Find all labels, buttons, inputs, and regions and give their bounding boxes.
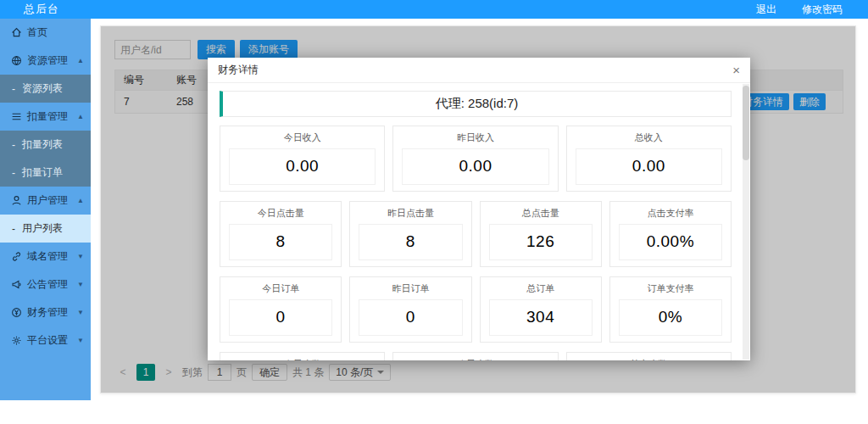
stat-card: 点击支付率 0.00% bbox=[609, 201, 732, 267]
stat-card: 订单支付率 0% bbox=[609, 276, 732, 343]
top-header: 总后台 退出 修改密码 bbox=[0, 0, 868, 19]
modal-header: 财务详情 × bbox=[208, 58, 750, 83]
modal-title: 财务详情 bbox=[218, 63, 259, 77]
stat-label: 昨日户数 bbox=[393, 353, 557, 360]
sidebar-item-users[interactable]: 用户管理 ▲ bbox=[0, 187, 91, 215]
sidebar-item-label: 公告管理 bbox=[27, 277, 68, 292]
stat-label: 昨日收入 bbox=[393, 126, 557, 148]
modal-body: 代理: 258(id:7) 今日收入 0.00 昨日收入 0.00 总收入 0.… bbox=[208, 83, 750, 360]
stat-label: 总客户数 bbox=[567, 353, 731, 360]
stat-card: 总收入 0.00 bbox=[566, 126, 732, 192]
stat-row-customers: 今日户数 0 昨日户数 0 总客户数 0 bbox=[220, 352, 732, 360]
stat-label: 今日订单 bbox=[220, 277, 341, 299]
stat-value: 0.00 bbox=[576, 149, 721, 184]
stat-label: 今日点击量 bbox=[220, 202, 341, 224]
finance-detail-modal: 财务详情 × 代理: 258(id:7) 今日收入 0.00 昨日收入 0.00… bbox=[208, 58, 750, 360]
chevron-up-icon: ▲ bbox=[77, 113, 84, 120]
sidebar-item-domains[interactable]: 域名管理 ▼ bbox=[0, 243, 91, 271]
sidebar: 首页 资源管理 ▲ - 资源列表 扣量管理 ▲ - 扣量列表 - 扣量订单 bbox=[0, 19, 91, 400]
sidebar-item-label: 扣量管理 bbox=[27, 109, 68, 124]
stat-label: 总收入 bbox=[567, 126, 731, 148]
sidebar-item-resource-list[interactable]: - 资源列表 bbox=[0, 75, 91, 103]
stat-card: 总订单 304 bbox=[480, 276, 602, 343]
app-title: 总后台 bbox=[24, 2, 59, 17]
sidebar-item-label: 首页 bbox=[27, 25, 47, 40]
scrollbar-thumb[interactable] bbox=[743, 86, 749, 160]
chevron-down-icon: ▼ bbox=[77, 309, 84, 316]
sidebar-item-deduction-list[interactable]: - 扣量列表 bbox=[0, 131, 91, 159]
stat-label: 今日户数 bbox=[220, 353, 384, 360]
sidebar-item-label: 扣量订单 bbox=[22, 165, 63, 180]
finance-icon bbox=[10, 307, 22, 319]
chevron-up-icon: ▲ bbox=[77, 197, 84, 204]
sidebar-item-label: 用户管理 bbox=[27, 193, 68, 208]
stat-label: 总订单 bbox=[481, 277, 601, 299]
sidebar-item-announcements[interactable]: 公告管理 ▼ bbox=[0, 271, 91, 298]
agent-title: 代理: 258(id:7) bbox=[436, 96, 519, 112]
chevron-down-icon: ▼ bbox=[77, 253, 84, 260]
stat-row-income: 今日收入 0.00 昨日收入 0.00 总收入 0.00 bbox=[220, 126, 732, 192]
stat-value: 0.00 bbox=[403, 149, 548, 184]
agent-title-bar: 代理: 258(id:7) bbox=[220, 91, 732, 117]
stat-value: 0.00 bbox=[230, 149, 375, 184]
stat-card: 今日订单 0 bbox=[220, 276, 342, 343]
stat-value: 8 bbox=[230, 225, 331, 259]
stat-row-orders: 今日订单 0 昨日订单 0 总订单 304 订单支付率 0% bbox=[220, 276, 732, 343]
sidebar-item-user-list[interactable]: - 用户列表 bbox=[0, 215, 91, 243]
deduction-icon bbox=[10, 111, 22, 123]
stat-card: 总客户数 0 bbox=[566, 352, 732, 360]
stat-label: 昨日点击量 bbox=[350, 202, 470, 224]
stat-value: 126 bbox=[490, 225, 592, 259]
stat-label: 昨日订单 bbox=[350, 277, 470, 299]
stat-card: 昨日收入 0.00 bbox=[392, 126, 558, 192]
announcement-icon bbox=[10, 279, 22, 291]
sidebar-item-platform-settings[interactable]: 平台设置 ▼ bbox=[0, 326, 91, 354]
sidebar-item-deduction-orders[interactable]: - 扣量订单 bbox=[0, 159, 91, 187]
resource-icon bbox=[10, 55, 22, 67]
sidebar-item-label: 资源管理 bbox=[27, 53, 68, 68]
stat-label: 总点击量 bbox=[481, 202, 601, 224]
stat-label: 订单支付率 bbox=[610, 277, 731, 299]
sidebar-item-finance[interactable]: 财务管理 ▼ bbox=[0, 298, 91, 326]
stat-card: 总点击量 126 bbox=[480, 201, 602, 267]
stat-label: 点击支付率 bbox=[610, 202, 731, 224]
user-icon bbox=[10, 195, 22, 207]
stat-value: 0.00% bbox=[620, 225, 721, 259]
dash-icon: - bbox=[12, 223, 15, 235]
modal-scrollbar[interactable] bbox=[743, 84, 749, 360]
stat-card: 今日户数 0 bbox=[220, 352, 385, 360]
dash-icon: - bbox=[12, 83, 15, 95]
home-icon bbox=[10, 27, 22, 39]
dash-icon: - bbox=[12, 139, 15, 151]
chevron-up-icon: ▲ bbox=[77, 57, 84, 64]
change-password-link[interactable]: 修改密码 bbox=[802, 3, 843, 17]
dash-icon: - bbox=[12, 167, 15, 179]
chevron-down-icon: ▼ bbox=[77, 337, 84, 344]
sidebar-item-home[interactable]: 首页 bbox=[0, 19, 91, 47]
stat-value: 304 bbox=[490, 300, 592, 335]
settings-icon bbox=[10, 335, 22, 347]
sidebar-item-label: 用户列表 bbox=[22, 221, 63, 236]
app-root: 总后台 退出 修改密码 首页 资源管理 ▲ - 资源列表 扣量管理 bbox=[0, 0, 868, 424]
sidebar-item-label: 资源列表 bbox=[22, 81, 63, 96]
link-icon bbox=[10, 251, 22, 263]
sidebar-item-label: 财务管理 bbox=[27, 305, 68, 320]
stat-card: 昨日点击量 8 bbox=[349, 201, 471, 267]
logout-link[interactable]: 退出 bbox=[756, 3, 776, 17]
stat-card: 今日点击量 8 bbox=[220, 201, 342, 267]
stat-value: 0 bbox=[359, 300, 461, 335]
stat-row-clicks: 今日点击量 8 昨日点击量 8 总点击量 126 点击支付率 0.00% bbox=[220, 201, 732, 267]
sidebar-item-resources[interactable]: 资源管理 ▲ bbox=[0, 47, 91, 75]
chevron-down-icon: ▼ bbox=[77, 281, 84, 288]
sidebar-item-deduction[interactable]: 扣量管理 ▲ bbox=[0, 103, 91, 131]
stat-card: 今日收入 0.00 bbox=[220, 126, 385, 192]
close-icon[interactable]: × bbox=[732, 64, 740, 76]
stat-card: 昨日户数 0 bbox=[392, 352, 558, 360]
stat-card: 昨日订单 0 bbox=[349, 276, 471, 343]
stat-value: 0% bbox=[620, 300, 721, 335]
sidebar-item-label: 域名管理 bbox=[27, 249, 68, 264]
stat-value: 8 bbox=[359, 225, 461, 259]
stat-label: 今日收入 bbox=[220, 126, 384, 148]
sidebar-item-label: 平台设置 bbox=[27, 333, 68, 348]
sidebar-item-label: 扣量列表 bbox=[22, 137, 63, 152]
